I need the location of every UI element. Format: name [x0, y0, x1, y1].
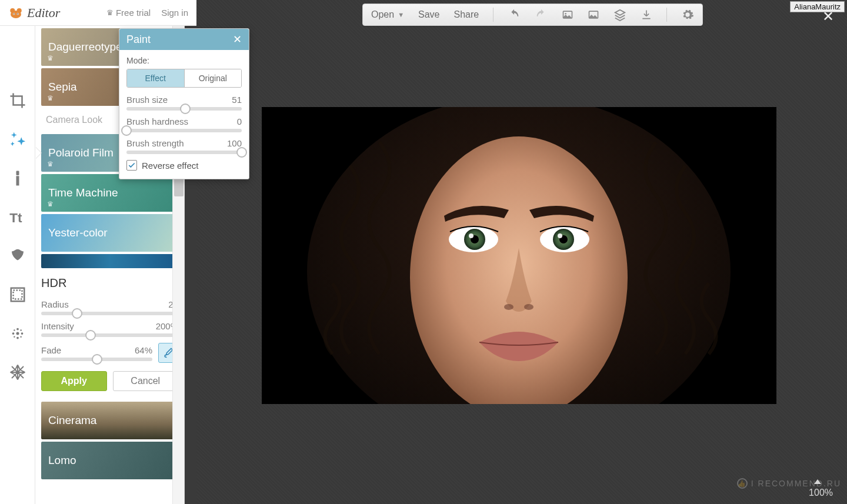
frame-tool-icon[interactable] — [8, 285, 28, 305]
svg-point-18 — [20, 329, 22, 331]
image-before-icon[interactable] — [562, 9, 573, 21]
paint-popup: Paint ✕ Mode: Effect Original Brush size… — [119, 28, 249, 179]
brush-size-label: Brush size — [126, 95, 168, 105]
brush-size-value: 51 — [232, 95, 242, 105]
effect-label: Yester-color — [48, 226, 108, 239]
svg-rect-7 — [16, 171, 19, 176]
svg-point-6 — [17, 13, 18, 14]
effect-hdr-thumb[interactable] — [41, 254, 178, 268]
effect-label: Lomo — [48, 454, 76, 467]
svg-point-2 — [11, 10, 21, 18]
hdr-settings-panel: HDR Radius20 Intensity200% Fade64% Apply… — [41, 271, 178, 399]
svg-point-35 — [504, 304, 513, 310]
apply-button[interactable]: Apply — [41, 371, 107, 391]
themes-tool-icon[interactable] — [8, 362, 28, 382]
undo-icon[interactable] — [508, 8, 521, 21]
slider-thumb[interactable] — [72, 308, 82, 319]
brush-size-slider[interactable] — [126, 107, 242, 111]
text-tool-icon[interactable]: Tt — [8, 207, 28, 227]
share-button[interactable]: Share — [454, 9, 479, 20]
slider-thumb[interactable] — [121, 125, 132, 136]
effect-label: Daguerreotype — [48, 41, 122, 54]
zoom-level[interactable]: 100% — [809, 488, 833, 498]
crown-icon: ♛ — [47, 160, 54, 168]
effect-yester-color[interactable]: Yester-color — [41, 214, 178, 252]
zoom-up-icon[interactable] — [814, 479, 821, 484]
brush-strength-slider[interactable] — [126, 151, 242, 154]
brush-hardness-slider[interactable] — [126, 129, 242, 132]
radius-slider-row: Radius20 — [41, 299, 178, 315]
intensity-slider[interactable] — [41, 333, 178, 337]
mode-effect-button[interactable]: Effect — [127, 69, 184, 87]
close-icon[interactable]: ✕ — [233, 33, 242, 46]
effects-tool-icon[interactable] — [8, 129, 28, 149]
open-label: Open — [371, 9, 394, 20]
svg-point-16 — [16, 337, 19, 339]
svg-point-13 — [12, 332, 14, 335]
active-tool-pointer — [35, 147, 41, 159]
fade-label: Fade — [41, 345, 61, 355]
effect-time-machine[interactable]: Time Machine♛ — [41, 174, 178, 212]
slider-thumb[interactable] — [92, 354, 102, 365]
username-badge: AlianaMauritz — [790, 1, 845, 12]
svg-text:Tt: Tt — [9, 211, 22, 225]
layers-icon[interactable] — [613, 8, 626, 21]
effect-lomo[interactable]: Lomo — [41, 442, 178, 479]
texture-tool-icon[interactable] — [8, 323, 28, 343]
intensity-label: Intensity — [41, 321, 74, 331]
svg-point-36 — [524, 304, 533, 310]
brush-hardness-value: 0 — [237, 116, 242, 126]
overlay-tool-icon[interactable] — [8, 246, 28, 266]
cancel-button[interactable]: Cancel — [113, 371, 179, 391]
mode-segmented-control: Effect Original — [126, 69, 242, 88]
save-button[interactable]: Save — [418, 9, 439, 20]
svg-rect-8 — [16, 176, 19, 185]
sign-in-link[interactable]: Sign in — [161, 8, 188, 18]
radius-slider[interactable] — [41, 312, 178, 315]
image-after-icon[interactable] — [588, 9, 599, 21]
svg-point-30 — [469, 233, 473, 238]
svg-point-5 — [14, 13, 15, 14]
redo-icon — [535, 8, 548, 21]
svg-point-12 — [16, 332, 19, 335]
download-icon[interactable] — [641, 9, 652, 21]
app-header: Editor ♛Free trial Sign in — [0, 0, 196, 26]
open-button[interactable]: Open▼ — [371, 9, 404, 20]
fade-slider[interactable] — [41, 358, 152, 361]
app-name: Editor — [27, 5, 60, 21]
effect-label: Polaroid Film — [48, 146, 114, 159]
touchup-tool-icon[interactable] — [8, 168, 28, 188]
mode-original-button[interactable]: Original — [184, 69, 242, 87]
svg-point-14 — [21, 332, 23, 335]
effect-label: Sepia — [48, 81, 77, 94]
thumbs-up-icon: 👍 — [737, 478, 748, 489]
crown-icon: ♛ — [47, 54, 54, 62]
crop-tool-icon[interactable] — [8, 91, 28, 111]
slider-thumb[interactable] — [180, 104, 191, 114]
fade-slider-row: Fade64% — [41, 343, 178, 363]
toolbar-separator — [666, 8, 667, 22]
portrait-illustration — [262, 107, 776, 404]
tool-sidebar: Tt — [0, 26, 35, 504]
effect-label: Cinerama — [48, 414, 96, 427]
canvas-image[interactable] — [262, 107, 776, 404]
svg-point-19 — [14, 336, 15, 338]
toolbar-separator — [493, 8, 493, 22]
reverse-effect-label: Reverse effect — [142, 161, 198, 171]
slider-thumb[interactable] — [236, 147, 247, 158]
brush-hardness-label: Brush hardness — [126, 116, 188, 126]
slider-thumb[interactable] — [85, 330, 96, 341]
reverse-effect-checkbox[interactable] — [126, 160, 137, 171]
free-trial-link[interactable]: ♛Free trial — [106, 8, 151, 18]
svg-point-34 — [558, 233, 562, 238]
gear-icon[interactable] — [681, 8, 694, 21]
effect-cinerama[interactable]: Cinerama — [41, 402, 178, 439]
paint-popup-title: Paint — [126, 34, 151, 46]
reverse-effect-row: Reverse effect — [126, 160, 242, 171]
radius-label: Radius — [41, 299, 69, 309]
svg-rect-11 — [13, 291, 22, 299]
chevron-down-icon: ▼ — [398, 11, 404, 18]
hdr-title: HDR — [41, 276, 178, 290]
paint-popup-header[interactable]: Paint ✕ — [119, 29, 249, 50]
canvas-toolbar: Open▼ Save Share — [362, 4, 703, 26]
